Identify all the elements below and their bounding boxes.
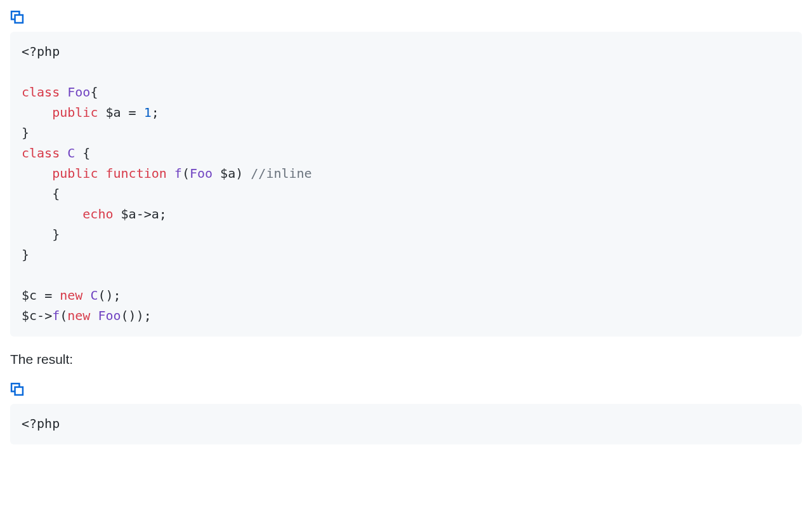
code-content-1: <?php class Foo{ public $a = 1; } class …: [22, 44, 312, 323]
code-block-1: <?php class Foo{ public $a = 1; } class …: [10, 32, 802, 337]
copy-icon[interactable]: [10, 382, 24, 396]
copy-icon[interactable]: [10, 10, 24, 24]
code-block-2: <?php: [10, 404, 802, 444]
svg-rect-3: [15, 387, 23, 395]
code-content-2: <?php: [22, 416, 60, 431]
result-label: The result:: [10, 352, 802, 367]
svg-rect-1: [15, 15, 23, 23]
